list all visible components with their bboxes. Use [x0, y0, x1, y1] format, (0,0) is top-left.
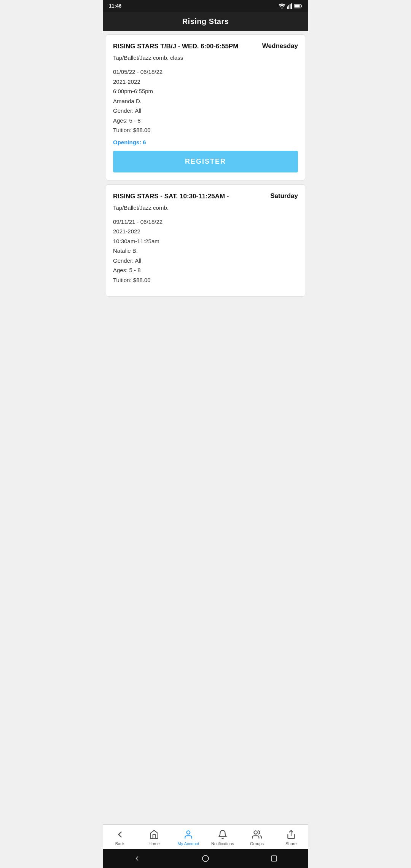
card-tuition-2: Tuition: $88.00: [113, 275, 298, 285]
class-card-1: RISING STARS T/B/J - WED. 6:00-6:55PM We…: [106, 34, 305, 180]
nav-label-notifications: Notifications: [211, 841, 234, 846]
card-instructor-2: Natalie B.: [113, 246, 298, 256]
nav-label-groups: Groups: [250, 841, 264, 846]
svg-point-10: [202, 855, 209, 862]
status-time: 11:46: [109, 3, 121, 9]
card-time-1: 6:00pm-6:55pm: [113, 86, 298, 96]
card-title-1: RISING STARS T/B/J - WED. 6:00-6:55PM: [113, 42, 262, 51]
battery-icon: [294, 4, 302, 8]
card-dates-2: 09/11/21 - 06/18/22: [113, 217, 298, 227]
svg-point-8: [254, 831, 257, 834]
nav-label-my-account: My Account: [178, 841, 199, 846]
card-details-1: 01/05/22 - 06/18/22 2021-2022 6:00pm-6:5…: [113, 67, 298, 135]
card-year-1: 2021-2022: [113, 77, 298, 87]
svg-rect-2: [290, 4, 291, 9]
app-header: Rising Stars: [103, 12, 308, 31]
bell-icon: [217, 829, 228, 840]
nav-item-my-account[interactable]: My Account: [171, 828, 206, 847]
android-home-btn[interactable]: [200, 853, 211, 864]
card-gender-1: Gender: All: [113, 106, 298, 116]
card-openings-1: Openings: 6: [113, 139, 298, 145]
nav-label-share: Share: [285, 841, 296, 846]
nav-item-groups[interactable]: Groups: [240, 828, 274, 847]
card-description-1: Tap/Ballet/Jazz comb. class: [113, 54, 298, 61]
svg-rect-6: [301, 5, 302, 7]
card-ages-2: Ages: 5 - 8: [113, 265, 298, 275]
back-icon: [115, 829, 125, 840]
card-title-row-1: RISING STARS T/B/J - WED. 6:00-6:55PM We…: [113, 42, 298, 51]
class-card-2: RISING STARS - SAT. 10:30-11:25AM - Satu…: [106, 184, 305, 297]
status-bar: 11:46: [103, 0, 308, 12]
card-details-2: 09/11/21 - 06/18/22 2021-2022 10:30am-11…: [113, 217, 298, 285]
svg-rect-3: [291, 3, 292, 9]
card-tuition-1: Tuition: $88.00: [113, 125, 298, 135]
wifi-icon: [279, 3, 285, 9]
nav-item-notifications[interactable]: Notifications: [206, 828, 240, 847]
android-nav-bar: [103, 849, 308, 868]
card-gender-2: Gender: All: [113, 256, 298, 266]
nav-label-back: Back: [115, 841, 124, 846]
register-button-1[interactable]: REGISTER: [113, 151, 298, 172]
status-icons: [279, 3, 302, 9]
nav-item-back[interactable]: Back: [103, 828, 137, 847]
card-ages-1: Ages: 5 - 8: [113, 116, 298, 126]
share-icon: [286, 829, 296, 840]
nav-item-share[interactable]: Share: [274, 828, 308, 847]
signal-icon: [287, 3, 292, 9]
bottom-nav: Back Home My Account Notificatio: [103, 824, 308, 849]
card-day-1: Wednesday: [262, 42, 298, 50]
svg-point-7: [187, 831, 190, 834]
groups-icon: [252, 829, 262, 840]
home-icon: [149, 829, 159, 840]
svg-rect-1: [288, 5, 290, 9]
card-dates-1: 01/05/22 - 06/18/22: [113, 67, 298, 77]
svg-rect-0: [287, 6, 288, 9]
card-year-2: 2021-2022: [113, 227, 298, 236]
main-content: RISING STARS T/B/J - WED. 6:00-6:55PM We…: [103, 31, 308, 824]
nav-label-home: Home: [148, 841, 159, 846]
account-icon: [183, 829, 194, 840]
card-instructor-1: Amanda D.: [113, 96, 298, 106]
card-day-2: Saturday: [270, 192, 298, 200]
svg-rect-5: [295, 5, 300, 7]
card-title-2: RISING STARS - SAT. 10:30-11:25AM -: [113, 192, 270, 201]
card-time-2: 10:30am-11:25am: [113, 236, 298, 246]
android-back-btn[interactable]: [131, 853, 143, 864]
nav-item-home[interactable]: Home: [137, 828, 171, 847]
svg-rect-11: [271, 856, 277, 861]
card-title-row-2: RISING STARS - SAT. 10:30-11:25AM - Satu…: [113, 192, 298, 201]
android-recents-btn[interactable]: [268, 853, 280, 864]
card-description-2: Tap/Ballet/Jazz comb.: [113, 204, 298, 211]
page-title: Rising Stars: [182, 17, 229, 26]
